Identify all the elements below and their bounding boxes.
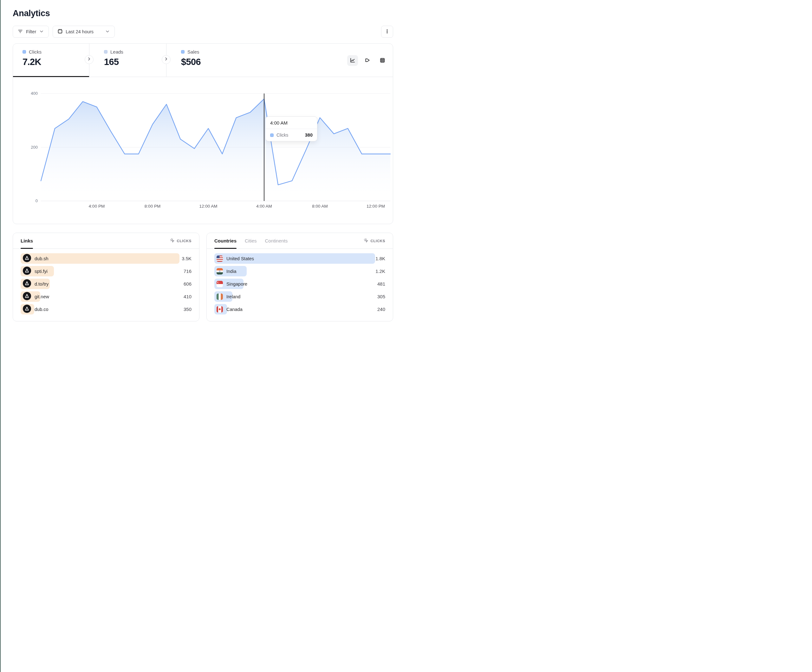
- table-grid-icon: [380, 57, 385, 64]
- analytics-page: Analytics Filter Last 24 hours Clicks 7.…: [0, 0, 406, 336]
- link-row-label: spti.fyi: [34, 269, 48, 274]
- country-row-value: 481: [377, 281, 385, 287]
- stats-row: Clicks 7.2K Leads 165 Sales $506: [13, 44, 393, 77]
- funnel-chart-icon: [365, 57, 370, 64]
- link-row[interactable]: spti.fyi716: [20, 266, 191, 276]
- filter-button[interactable]: Filter: [13, 26, 49, 38]
- tab-links[interactable]: Links: [20, 233, 33, 249]
- link-row-label: git.new: [34, 294, 49, 299]
- country-row-label: Canada: [226, 307, 242, 312]
- funnel-chart-toggle-button[interactable]: [362, 55, 373, 66]
- link-row-value: 410: [184, 294, 191, 299]
- tab-continents[interactable]: Continents: [265, 233, 288, 249]
- country-row[interactable]: Ireland305: [214, 291, 385, 302]
- links-panel: Links CLICKS dub.sh3.5Kspti.fyi716d.to/t…: [13, 233, 200, 321]
- clicks-area-chart[interactable]: [13, 77, 392, 224]
- date-range-label: Last 24 hours: [66, 29, 102, 34]
- chevron-right-icon: [164, 56, 169, 63]
- country-row-value: 1.8K: [375, 256, 385, 261]
- chevron-right-icon: [87, 56, 92, 63]
- kebab-menu-icon: [384, 29, 390, 35]
- leads-stat-label: Leads: [110, 49, 123, 55]
- dub-logo-avatar: [23, 292, 31, 302]
- table-view-toggle-button[interactable]: [377, 55, 388, 66]
- ca-flag-icon: [217, 306, 223, 312]
- countries-panel: CountriesCitiesContinents CLICKS United …: [206, 233, 393, 321]
- tab-cities[interactable]: Cities: [245, 233, 257, 249]
- link-row-label: dub.sh: [34, 256, 48, 261]
- dub-logo-avatar: [23, 266, 31, 276]
- link-row-value: 606: [184, 281, 191, 287]
- dub-logo-avatar: [23, 279, 31, 289]
- more-options-button[interactable]: [381, 26, 393, 38]
- line-chart-toggle-button[interactable]: [347, 55, 358, 66]
- x-axis-tick: 8:00 PM: [145, 204, 160, 208]
- link-row-value: 3.5K: [182, 256, 191, 261]
- cursor-click-icon: [364, 238, 368, 244]
- line-chart-icon: [350, 57, 355, 64]
- page-title: Analytics: [13, 0, 393, 19]
- sg-flag-icon: [217, 281, 223, 287]
- analytics-card: Clicks 7.2K Leads 165 Sales $506: [13, 43, 393, 224]
- date-range-button[interactable]: Last 24 hours: [53, 26, 115, 38]
- clicks-stat-label: Clicks: [29, 49, 41, 55]
- tooltip-time-label: 4:00 AM: [266, 117, 317, 129]
- links-metric-label: CLICKS: [177, 239, 191, 243]
- chevron-down-icon: [105, 29, 110, 35]
- y-axis-tick: 0: [24, 198, 38, 203]
- stat-tab-leads[interactable]: Leads 165: [89, 44, 166, 77]
- y-axis-tick: 200: [24, 145, 38, 150]
- country-row-label: Ireland: [226, 294, 241, 299]
- filter-button-label: Filter: [26, 29, 36, 34]
- link-row[interactable]: dub.co350: [20, 304, 191, 314]
- country-row-label: Singapore: [226, 281, 247, 287]
- chart-tooltip: 4:00 AM Clicks 380: [265, 116, 317, 142]
- toolbar: Filter Last 24 hours: [13, 26, 393, 38]
- link-row[interactable]: d.to/try606: [20, 279, 191, 289]
- link-row-value: 716: [184, 268, 191, 274]
- expand-leads-button[interactable]: [85, 55, 94, 64]
- breakdown-panels: Links CLICKS dub.sh3.5Kspti.fyi716d.to/t…: [13, 233, 393, 321]
- leads-legend-swatch: [104, 50, 107, 54]
- country-row[interactable]: United States1.8K: [214, 253, 385, 264]
- expand-sales-button[interactable]: [162, 55, 171, 64]
- countries-list: United States1.8KIndia1.2KSingapore481Ir…: [207, 249, 393, 314]
- leads-stat-value: 165: [104, 57, 166, 67]
- link-row[interactable]: dub.sh3.5K: [20, 253, 191, 264]
- links-list: dub.sh3.5Kspti.fyi716d.to/try606git.new4…: [13, 249, 199, 314]
- link-row-label: d.to/try: [34, 281, 48, 287]
- country-row[interactable]: India1.2K: [214, 266, 385, 276]
- cursor-click-icon: [170, 238, 175, 244]
- country-row[interactable]: Singapore481: [214, 279, 385, 289]
- country-row-label: United States: [226, 256, 254, 261]
- link-row[interactable]: git.new410: [20, 291, 191, 302]
- x-axis-tick: 12:00 PM: [367, 204, 385, 208]
- tooltip-legend-swatch: [270, 133, 274, 137]
- in-flag-icon: [217, 268, 223, 275]
- clicks-time-series-chart[interactable]: 0200400 4:00 PM8:00 PM12:00 AM4:00 AM8:0…: [13, 77, 393, 224]
- filter-icon: [17, 29, 23, 35]
- links-metric-header[interactable]: CLICKS: [170, 238, 191, 244]
- chart-type-toggle-group: [347, 55, 388, 66]
- country-row-value: 305: [377, 294, 385, 299]
- us-flag-icon: [217, 256, 223, 262]
- country-row-value: 1.2K: [375, 268, 385, 274]
- link-row-label: dub.co: [34, 307, 48, 312]
- sales-stat-label: Sales: [188, 49, 200, 55]
- chevron-down-icon: [39, 29, 44, 35]
- tab-countries[interactable]: Countries: [214, 233, 237, 249]
- tooltip-series-label: Clicks: [276, 133, 288, 138]
- country-row-value: 240: [377, 307, 385, 312]
- tooltip-value: 380: [305, 133, 313, 138]
- x-axis-tick: 12:00 AM: [199, 204, 217, 208]
- countries-tabs: CountriesCitiesContinents: [214, 233, 288, 249]
- countries-metric-header[interactable]: CLICKS: [364, 238, 385, 244]
- country-row-label: India: [226, 269, 236, 274]
- sales-legend-swatch: [181, 50, 184, 54]
- countries-metric-label: CLICKS: [371, 239, 385, 243]
- country-row[interactable]: Canada240: [214, 304, 385, 314]
- stat-tab-clicks[interactable]: Clicks 7.2K: [13, 44, 89, 77]
- dub-logo-avatar: [23, 254, 31, 263]
- x-axis-tick: 4:00 PM: [89, 204, 105, 208]
- x-axis-tick: 8:00 AM: [312, 204, 328, 208]
